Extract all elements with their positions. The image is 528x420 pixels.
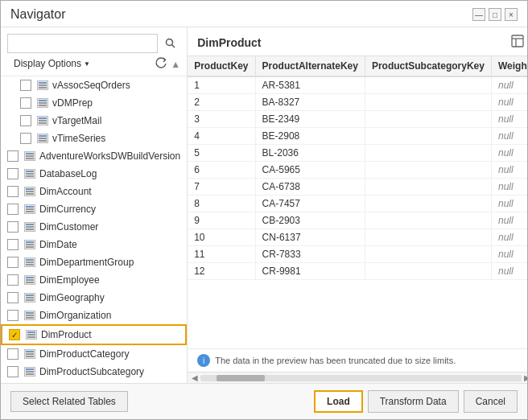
table-icon	[23, 220, 36, 233]
transform-data-button[interactable]: Transform Data	[368, 390, 459, 413]
table-icon	[23, 291, 36, 304]
item-checkbox[interactable]	[7, 221, 19, 233]
close-button[interactable]: ×	[505, 8, 518, 21]
item-checkbox[interactable]	[20, 133, 31, 144]
refresh-icon[interactable]	[155, 57, 167, 72]
list-item[interactable]: DatabaseLog	[1, 165, 187, 183]
item-checkbox[interactable]	[7, 274, 19, 286]
col-productkey: ProductKey	[188, 56, 255, 76]
list-item[interactable]: vAssocSeqOrders	[1, 76, 187, 94]
display-options-button[interactable]: Display Options ▼	[7, 56, 97, 72]
cell-alternatekey: CA-7457	[255, 196, 365, 212]
list-item[interactable]: DimProductCategory	[1, 345, 187, 363]
scroll-right-button[interactable]: ▶	[522, 373, 527, 382]
scroll-up-icon[interactable]: ▲	[171, 59, 180, 70]
dialog-title: Navigator	[10, 7, 65, 22]
list-item[interactable]: DimGeography	[1, 289, 187, 307]
item-checkbox[interactable]	[7, 204, 19, 215]
list-item[interactable]: vTimeSeries	[1, 130, 187, 147]
cell-weight: null	[491, 196, 527, 212]
cell-alternatekey: CB-2903	[255, 212, 365, 229]
cell-productkey: 2	[188, 94, 255, 111]
item-label: DimProductSubcategory	[39, 366, 144, 377]
cell-alternatekey: BL-2036	[255, 145, 365, 162]
item-label: DimCustomer	[39, 221, 98, 233]
footer: Select Related Tables Load Transform Dat…	[1, 383, 527, 419]
table-icon	[36, 132, 49, 145]
item-checkbox[interactable]	[20, 80, 31, 91]
cell-productkey: 10	[188, 229, 255, 246]
cell-productkey: 3	[188, 111, 255, 128]
item-checkbox[interactable]	[7, 292, 19, 303]
item-checkbox[interactable]	[7, 257, 19, 268]
item-checkbox[interactable]	[7, 239, 19, 250]
cell-alternatekey: BA-8327	[255, 94, 365, 111]
table-icon	[23, 150, 36, 163]
preview-title: DimProduct	[197, 36, 261, 49]
item-checkbox[interactable]	[7, 168, 19, 179]
item-label: DimCurrency	[39, 204, 96, 215]
list-item[interactable]: vDMPrep	[1, 94, 187, 112]
search-icon[interactable]	[161, 34, 180, 53]
item-checkbox[interactable]	[20, 115, 31, 126]
select-related-button[interactable]: Select Related Tables	[10, 391, 128, 412]
item-checkbox[interactable]	[7, 186, 19, 197]
search-input[interactable]	[7, 34, 158, 53]
cell-subcategorykey	[365, 162, 491, 179]
table-icon	[23, 348, 36, 360]
table-icon	[23, 309, 36, 322]
list-item[interactable]: DimOrganization	[1, 307, 187, 324]
window-controls: — □ ×	[472, 8, 518, 21]
item-checkbox[interactable]	[7, 310, 19, 321]
cell-alternatekey: CR-7833	[255, 246, 365, 263]
svg-point-0	[167, 39, 173, 46]
item-checkbox[interactable]	[20, 97, 31, 109]
cell-weight: null	[491, 162, 527, 179]
preview-icon[interactable]	[510, 34, 525, 51]
search-bar	[1, 27, 187, 56]
list-item[interactable]: ✓DimProduct	[1, 324, 187, 345]
cell-weight: null	[491, 229, 527, 246]
cell-weight: null	[491, 179, 527, 196]
scroll-track[interactable]	[200, 375, 522, 381]
horizontal-scrollbar[interactable]: ◀ ▶	[188, 372, 527, 383]
right-panel: DimProduct ProductKey ProductAlternate	[188, 27, 527, 383]
scroll-left-button[interactable]: ◀	[189, 373, 200, 382]
list-item[interactable]: DimAccount	[1, 183, 187, 200]
preview-header: DimProduct	[188, 27, 527, 56]
item-label: DimProductCategory	[39, 348, 129, 360]
item-label: DatabaseLog	[39, 168, 97, 179]
list-item[interactable]: DimEmployee	[1, 271, 187, 289]
item-checkbox[interactable]: ✓	[9, 329, 20, 340]
table-row: 9CB-2903null	[188, 212, 527, 229]
scroll-thumb[interactable]	[217, 375, 265, 381]
table-row: 5BL-2036null	[188, 145, 527, 162]
display-options-label: Display Options	[14, 58, 81, 69]
cell-productkey: 5	[188, 145, 255, 162]
table-row: 12CR-9981null	[188, 263, 527, 280]
restore-button[interactable]: □	[489, 8, 501, 21]
cell-subcategorykey	[365, 263, 491, 280]
svg-rect-2	[512, 35, 523, 47]
list-item[interactable]: DimDepartmentGroup	[1, 253, 187, 271]
item-label: AdventureWorksDWBuildVersion	[39, 150, 180, 162]
load-button[interactable]: Load	[314, 390, 363, 413]
list-item[interactable]: DimDate	[1, 236, 187, 253]
item-label: DimEmployee	[39, 274, 100, 286]
item-label: vAssocSeqOrders	[52, 80, 130, 91]
list-item[interactable]: DimCustomer	[1, 218, 187, 236]
cell-weight: null	[491, 212, 527, 229]
item-checkbox[interactable]	[7, 348, 19, 360]
cancel-button[interactable]: Cancel	[464, 390, 518, 413]
list-item[interactable]: DimCurrency	[1, 200, 187, 218]
item-checkbox[interactable]	[7, 150, 19, 162]
item-checkbox[interactable]	[7, 366, 19, 377]
cell-weight: null	[491, 246, 527, 263]
table-icon	[36, 97, 49, 109]
list-item[interactable]: vTargetMail	[1, 112, 187, 130]
list-item[interactable]: AdventureWorksDWBuildVersion	[1, 147, 187, 165]
cell-subcategorykey	[365, 212, 491, 229]
cell-subcategorykey	[365, 179, 491, 196]
minimize-button[interactable]: —	[472, 8, 485, 21]
list-item[interactable]: DimProductSubcategory	[1, 363, 187, 381]
